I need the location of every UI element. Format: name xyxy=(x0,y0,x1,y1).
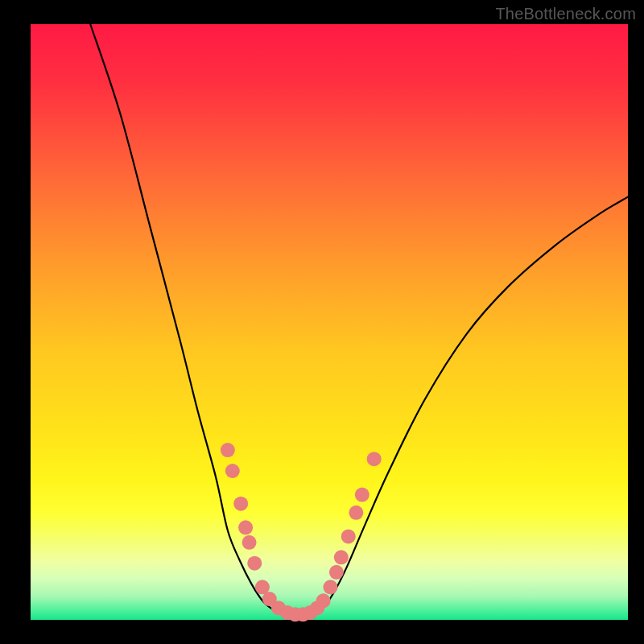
data-dot xyxy=(341,529,356,543)
data-dot xyxy=(242,535,257,550)
chart-stage: TheBottleneck.com xyxy=(0,0,644,644)
data-dot xyxy=(367,452,382,466)
data-dot xyxy=(329,565,344,580)
data-dot xyxy=(323,580,337,594)
data-dot xyxy=(247,556,262,571)
data-dot xyxy=(355,488,369,502)
data-dot xyxy=(316,593,331,608)
data-dot xyxy=(349,506,363,520)
data-dot xyxy=(225,464,240,478)
data-dot xyxy=(221,443,235,457)
data-dot xyxy=(233,497,248,511)
bottleneck-chart xyxy=(0,0,644,644)
data-dot xyxy=(238,520,253,535)
data-dot xyxy=(334,550,349,564)
